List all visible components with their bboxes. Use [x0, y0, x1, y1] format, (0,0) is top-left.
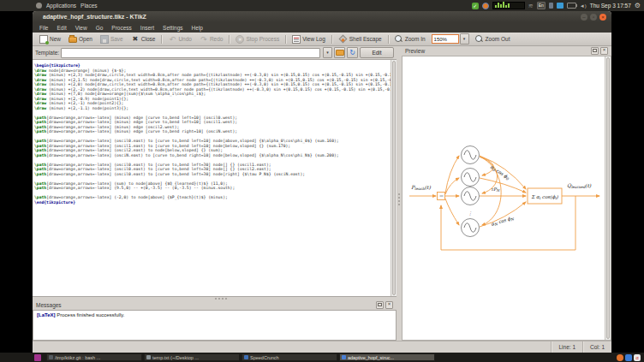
menu-insert[interactable]: Insert [137, 24, 158, 32]
battery-icon[interactable] [567, 3, 576, 9]
template-dropdown-arrow[interactable]: ▾ [323, 47, 332, 58]
applications-menu[interactable]: Applications [46, 3, 76, 9]
places-menu[interactable]: Places [80, 3, 98, 9]
code-command: \path [34, 181, 46, 186]
code-command: \path [34, 153, 46, 157]
volume-icon[interactable]: ◄) [580, 3, 587, 9]
indicator-icon[interactable] [482, 3, 489, 9]
messages-close-button[interactable] [385, 301, 393, 309]
taskbar-item[interactable]: SpeedCrunch [242, 353, 337, 361]
open-icon [69, 37, 77, 43]
code-text: [draw=orange,arrows=-latex] (minus) edge… [46, 125, 179, 129]
template-open-button[interactable] [334, 47, 345, 58]
horizontal-splitter[interactable] [33, 297, 397, 300]
bottom-taskbar: /tmp/ktikz.git : bash ...temp.txt (~/Des… [0, 353, 644, 362]
template-edit-button[interactable]: Edit [360, 47, 394, 58]
edge-minus-oscil0 [445, 156, 459, 193]
session-gear-icon[interactable]: ⚙ [635, 2, 641, 10]
taskbar-item[interactable]: /tmp/ktikz.git : bash ... [46, 353, 142, 361]
wifi-icon[interactable]: ≋ [528, 3, 534, 9]
code-command: \path [34, 195, 46, 199]
preview-scrollbar-thumb[interactable] [606, 57, 610, 339]
code-command: \draw [34, 87, 46, 92]
code-text: (minus) +(2,0) node[draw,circle,text wid… [46, 82, 395, 86]
editor-scrollbar-thumb[interactable] [392, 61, 396, 295]
zoom-out-button[interactable]: Zoom Out [472, 34, 514, 45]
zoom-level-input[interactable] [432, 34, 459, 44]
menu-view[interactable]: View [72, 24, 91, 32]
sound-meter-widget[interactable] [492, 2, 525, 9]
new-button[interactable]: New [36, 34, 64, 45]
toolbar-separator [388, 35, 389, 44]
redo-button: Redo [196, 34, 227, 45]
minimize-button[interactable] [581, 14, 587, 21]
code-command: \path [34, 125, 46, 129]
template-reload-button[interactable]: ↻ [347, 47, 358, 58]
bluetooth-icon[interactable] [549, 3, 553, 9]
latex-message: Process finished successfully. [56, 312, 125, 317]
keyboard-layout-indicator[interactable]: En [537, 2, 546, 9]
clock[interactable]: Thu Sep 3 17:57 [590, 3, 631, 9]
close-window-button[interactable] [599, 14, 606, 21]
save-button: Save [97, 34, 127, 45]
template-label: Template: [35, 50, 59, 56]
tau-pn-label: τPN [491, 187, 501, 193]
menu-settings[interactable]: Settings [159, 24, 187, 32]
toolbar-button-label: Undo [178, 36, 192, 42]
close-button[interactable]: Close [128, 34, 159, 45]
code-text: (minus) +(7,0) node[draw=orange](sum){$\… [46, 92, 206, 96]
toolbar-button-label: Redo [210, 36, 224, 42]
q-learned-label: Qlearned(t) [567, 182, 592, 189]
code-command: \draw [34, 73, 46, 77]
preview-float-button[interactable] [591, 47, 599, 55]
code-command: \path [34, 186, 46, 190]
updates-ok-icon[interactable]: ✓ [472, 3, 479, 9]
zoom-in-button[interactable]: Zoom In [391, 34, 429, 45]
code-text: [draw=orange,arrows=-latex] (oscil0.east… [46, 163, 271, 167]
open-button[interactable]: Open [65, 34, 96, 44]
toolbar-separator [229, 35, 230, 44]
distro-logo-icon[interactable] [36, 3, 42, 9]
code-command: \end{tikzpicture} [34, 200, 75, 205]
code-text: node[draw=orange] (minus) {$-$}; [46, 68, 126, 73]
menu-edit[interactable]: Edit [53, 24, 69, 32]
menu-file[interactable]: File [36, 24, 51, 32]
view-log-button[interactable]: View Log [289, 34, 329, 45]
menu-help[interactable]: Help [188, 24, 206, 32]
template-input[interactable] [61, 48, 320, 58]
code-command: \begin{tikzpicture} [34, 63, 80, 68]
menu-bar: FileEditViewGoProcessInsertSettingsHelp [33, 22, 611, 33]
status-bar: Line: 1 Col: 1 [33, 341, 611, 353]
preview-close-button[interactable] [600, 47, 608, 55]
zoom-out-icon [475, 35, 484, 44]
firefox-icon[interactable] [617, 354, 623, 361]
shell-escape-button[interactable]: Shell Escape [335, 34, 385, 44]
code-text: (minus) +(2,-1) node(point2){}; [46, 101, 123, 105]
menu-process[interactable]: Process [108, 24, 134, 32]
preview-scrollbar[interactable] [605, 56, 611, 340]
editor-scrollbar[interactable] [391, 60, 397, 296]
ktikz-icon [342, 355, 346, 359]
window-titlebar[interactable]: adaptive_hopf_structure.tikz - KTikZ [33, 11, 611, 22]
code-editor[interactable]: \begin{tikzpicture}\draw node[draw=orang… [33, 59, 397, 297]
menu-go[interactable]: Go [92, 24, 107, 32]
taskbar-tray: α [617, 354, 642, 361]
code-command: \path [34, 167, 46, 171]
zoom-combo-arrow[interactable]: ▾ [460, 33, 469, 45]
messaging-icon[interactable] [557, 3, 564, 9]
maximize-button[interactable] [590, 14, 597, 21]
p-teach-label: Pteach(t) [411, 184, 432, 191]
code-command: \path [34, 129, 46, 134]
code-text: [draw=orange,arrows=-latex] (oscil0.east… [46, 139, 338, 143]
speedcrunch-tray-icon[interactable]: α [634, 354, 641, 361]
code-text: (minus) +(2,-0.9) node(point1){}; [46, 97, 128, 101]
toolbar-button-label: Stop Process [246, 36, 279, 42]
vdots-label: ⋮ [468, 211, 473, 216]
workspace-switcher-icon[interactable] [34, 354, 41, 361]
taskbar-item[interactable]: temp.txt (~/Desktop ... [144, 353, 240, 361]
messages-float-button[interactable] [376, 301, 384, 309]
toolbar-button-label: Save [110, 36, 123, 42]
taskbar-item[interactable]: adaptive_hopf_struc... [339, 353, 435, 361]
browser-icon[interactable] [625, 354, 632, 361]
undo-button: Undo [164, 34, 195, 45]
